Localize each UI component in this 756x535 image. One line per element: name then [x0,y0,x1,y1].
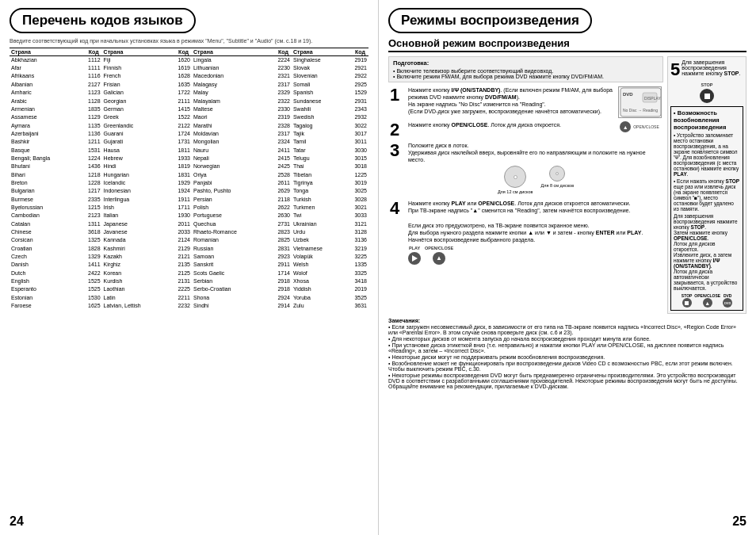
country-name: Guarani [102,130,167,138]
country-name: Galician [102,89,167,97]
table-row: Afar1111Finnish1619Lithuanian2230Slovak2… [10,64,368,72]
country-code: 1525 [77,286,101,294]
svg-text:No Disc → Reading: No Disc → Reading [623,108,658,113]
country-code: 1129 [77,113,101,121]
country-code: 1522 [167,113,192,121]
country-code: 2033 [167,228,192,236]
country-name: Albanian [10,81,77,89]
country-name: German [102,105,167,113]
country-name: Chinese [10,228,77,236]
country-name: Sundanese [292,97,344,105]
country-name: French [102,73,167,81]
country-name: Japanese [102,220,167,228]
country-name: Afar [10,64,77,72]
country-name: Samoan [192,253,267,261]
country-name: Bashkir [10,138,77,146]
country-code: 3017 [344,130,368,138]
country-name: Catalan [10,220,77,228]
country-code: 1136 [77,130,101,138]
country-name: Bhutani [10,162,77,170]
country-name: Ukrainian [292,220,344,228]
country-name: Lithuanian [192,64,267,72]
country-code: 1628 [167,73,192,81]
country-code: 2131 [167,277,192,285]
right-page: Режимы воспроизведения Основной режим во… [379,0,756,535]
country-code: 3011 [344,138,368,146]
table-row: Danish1411Kirghiz2135Sanskrit2911Welsh13… [10,262,368,269]
country-code: 1211 [77,138,101,146]
country-name: Indonesian [102,188,167,196]
country-name: Aymara [10,122,77,130]
resume-section: ▪ Возможность возобновления воспроизведе… [670,106,743,311]
country-code: 2425 [267,162,292,170]
country-code: 2823 [267,228,292,236]
country-name: Frisian [102,81,167,89]
note-item-1: • Если загружен несовместимый диск, в за… [388,324,746,335]
country-code: 2914 [267,302,292,310]
country-code: 2121 [167,253,192,261]
country-code: 3025 [344,188,368,196]
country-code: 2918 [267,286,292,294]
country-name: Hungarian [102,171,167,179]
note-item-3: • При установке диска этикеткой вниз (т.… [388,342,746,353]
step-2-image: ▲ OPEN/CLOSE [616,121,663,132]
country-name: Dutch [10,269,77,277]
country-code: 2322 [267,97,292,105]
country-name: Cambodian [10,212,77,220]
table-row: Faroese1625Latvian, Lettish2232Sindhi291… [10,302,368,310]
table-row: Catalan1311Japanese2011Quechua2731Ukrain… [10,220,368,228]
country-name: Telugu [292,155,344,162]
country-name: Breton [10,179,77,187]
country-code: 3015 [344,155,368,162]
country-code: 2622 [267,204,292,212]
country-code: 3325 [344,269,368,277]
col-header-code3: Код [267,48,292,56]
table-row: Amharic1123Galician1722Malay2329Spanish1… [10,89,368,97]
table-row: Abkhazian1112Fiji1620Lingala2224Singhale… [10,56,368,65]
table-row: Breton1228Icelandic1929Panjabi2611Tigrin… [10,179,368,187]
country-code: 3525 [344,294,368,302]
country-code: 3219 [344,245,368,253]
country-code: 1525 [77,277,101,285]
step-5-text: Для завершения воспроизведения нажмите к… [682,59,743,76]
right-title-box: Режимы воспроизведения [388,8,592,33]
country-name: Tagalog [292,122,344,130]
page-number-left: 24 [10,514,24,529]
country-name: Latin [102,294,167,302]
notes-title: Замечания: [388,318,420,323]
resume-item-1: • Устройство запоминает место остановки … [674,132,740,177]
country-code: 2825 [267,237,292,245]
country-code: 3019 [344,179,368,187]
country-name: Interlingua [102,196,167,204]
country-name: Somali [292,81,344,89]
country-code: 2611 [267,179,292,187]
table-row: Byelorussian1215Irish1711Polish2622Turkm… [10,204,368,212]
country-code: 3018 [344,162,368,170]
country-name: Welsh [292,262,344,269]
table-row: Azerbaijani1136Guarani1724Moldavian2317T… [10,130,368,138]
left-title-box: Перечень кодов языков [10,8,196,33]
table-row: Albanian2127Frisian1635Malagasy2317Somal… [10,81,368,89]
country-name: Spanish [292,89,344,97]
country-name: Rhaeto-Romance [192,228,267,236]
country-name: Malagasy [192,81,267,89]
country-code: 1619 [167,64,192,72]
country-name: Persian [192,196,267,204]
country-code: 1635 [167,81,192,89]
country-name: Pashto, Pushto [192,188,267,196]
country-code: 2129 [167,245,192,253]
country-name: Hebrew [102,155,167,162]
table-row: Bashkir1211Gujarati1731Mongolian2324Tami… [10,138,368,146]
country-name: Malayalam [192,97,267,105]
country-code: 1335 [344,262,368,269]
prep-box: Подготовка: • Включите телевизор выберит… [388,56,663,82]
section-subtitle: Основной режим воспроизведения [388,37,746,52]
country-name: Oriya [192,171,267,179]
country-name: Danish [10,262,77,269]
country-name: Vietnamese [292,245,344,253]
country-code: 2224 [267,56,292,65]
disk-8cm: Для 8 см дисков [541,166,575,194]
country-name: Fiji [102,56,167,65]
country-code: 1911 [167,196,192,204]
country-code: 2831 [267,245,292,253]
